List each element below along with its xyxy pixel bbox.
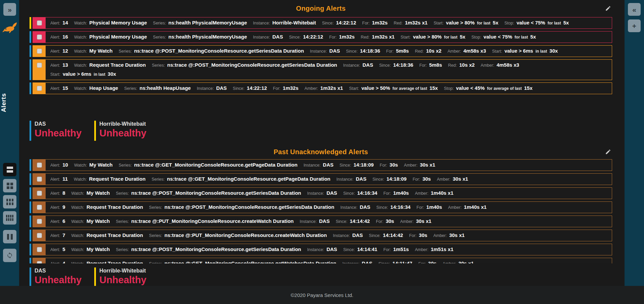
field-value: DAS [363,61,373,69]
layout-4-columns-button[interactable] [3,211,16,225]
right-sidebar: « + [625,0,644,286]
field-value: 14:18:36 [393,61,413,69]
acknowledge-checkbox[interactable] [37,35,42,40]
alert-row: Alert:6Watch:My WatchSeries:ns:trace @:P… [30,216,612,227]
acknowledge-checkbox[interactable] [37,163,42,168]
alerts-page: Ongoing Alerts Alert:14Watch:Physical Me… [19,0,625,286]
field-label: Watch: [74,47,87,56]
alert-field: Amber:30s x1 [442,259,474,263]
add-panel-button[interactable]: + [628,19,641,32]
alert-field: Watch:My Watch [71,245,110,254]
field-value: DAS [216,84,227,93]
layout-single-column-button[interactable] [3,163,16,176]
field-label: Red: [448,61,457,70]
field-value: 14:22:12 [247,84,267,93]
alert-field: Series:ns:trace @:POST_MonitoringConsole… [119,47,304,56]
field-value: 30x [549,47,558,55]
field-label: Instance: [343,61,360,70]
layout-3-columns-button[interactable] [3,195,16,208]
field-label: Alert: [50,175,60,184]
alert-field: Alert:10 [50,161,68,170]
field-value: value > 80% [446,18,475,27]
alert-field: Since:14:22:12 [289,33,323,42]
alert-field: Series:ns:trace @:POST_MonitoringConsole… [152,61,337,70]
field-value: 14:18:09 [386,175,407,183]
field-label: Amber: [433,231,447,240]
field-value: ns:trace @:POST_MonitoringConsoleResourc… [131,189,301,197]
acknowledge-checkbox[interactable] [37,205,42,210]
instance-color-bar [30,159,31,171]
main-layout: » Alerts Ongoing Alerts Alert:14Watch:Ph… [0,0,644,286]
field-value: ns:trace @:POST_MonitoringConsoleResourc… [131,245,301,254]
field-label: Series: [149,203,162,212]
field-label: Instance: [310,47,327,56]
field-value: My Watch [87,245,110,254]
field-label: Instance: [340,203,358,212]
acknowledge-checkbox[interactable] [37,63,42,68]
acknowledge-checkbox[interactable] [37,86,42,91]
field-value: 15x [524,84,532,93]
field-value: 5x [460,33,466,41]
alert-field: Amber:1m40s x1 [448,203,487,212]
refresh-data-button[interactable] [3,249,16,262]
edit-past-alerts-button[interactable] [604,148,612,156]
layout-2-columns-button[interactable] [3,179,16,192]
field-value: 15 [62,84,68,93]
alert-row-fields: Alert:11Watch:Request Trace DurationSeri… [46,174,612,185]
field-value: ns:trace @:POST_MonitoringConsoleResourc… [164,203,334,211]
alert-field: Watch:Physical Memory Usage [74,18,147,27]
alert-field: Amber:1m40s x1 [415,189,453,198]
field-label: Start: [400,33,411,42]
field-label: Watch: [74,161,87,170]
acknowledge-checkbox[interactable] [37,177,42,182]
alert-row: Alert:15Watch:Heap UsageSeries:ns:health… [30,82,612,94]
acknowledge-checkbox[interactable] [37,219,42,224]
edit-ongoing-alerts-button[interactable] [604,5,612,13]
alert-field: Instance:DAS [342,259,372,263]
acknowledge-checkbox[interactable] [37,20,42,25]
instance-color-bar [30,17,31,29]
acknowledge-checkbox[interactable] [37,233,42,238]
alert-level-block [33,258,46,263]
field-value: 1m51s [393,245,409,254]
field-label: Instance: [197,84,214,93]
field-value: Request Trace Duration [89,175,145,183]
field-label: Instance: [253,19,270,27]
field-value-qualifier: for last [547,19,561,27]
field-label: Start: [50,70,60,79]
field-value: 1m32s [372,18,388,27]
field-value: 9 [62,203,65,211]
field-value: 1m51s x1 [431,245,453,254]
collapse-panel-button[interactable]: « [628,3,641,16]
field-value: Request Trace Duration [89,61,146,69]
alert-level-block [33,60,46,80]
alert-field: Since:14:18:09 [339,161,374,170]
single-column-layout-icon [7,167,13,173]
alert-field: Series:ns:trace @:POST_MonitoringConsole… [116,189,301,198]
alert-field: Watch:My Watch [74,47,113,56]
field-label: Since: [376,203,388,212]
acknowledge-checkbox[interactable] [37,191,42,196]
alert-row-fields: Alert:14Watch:Physical Memory UsageSerie… [46,17,612,28]
field-value: Request Trace Duration [87,203,143,211]
alert-field: Since:14:16:34 [376,203,411,212]
acknowledge-checkbox[interactable] [37,261,42,263]
field-label: Since: [346,47,358,56]
field-value: 14:16:34 [390,203,411,211]
field-value: Physical Memory Usage [89,18,147,27]
field-label: Instance: [336,175,354,184]
acknowledge-checkbox[interactable] [37,247,42,252]
alert-field: Since:14:18:36 [379,61,413,70]
instance-name: Horrible-Whitebait [99,121,146,127]
field-value: 30s x1 [449,231,465,240]
alert-field: Since:14:14:41 [343,245,377,254]
acknowledge-checkbox[interactable] [37,49,42,54]
field-label: For: [386,47,393,56]
instance-health-status: Unhealthy [99,127,146,139]
field-label: Series: [149,259,162,263]
two-column-layout-icon [7,183,13,189]
expand-sidebar-button[interactable]: » [3,3,16,16]
instance-color-bar [94,267,96,286]
pause-data-button[interactable] [3,230,16,243]
field-value: DAS [323,161,334,169]
